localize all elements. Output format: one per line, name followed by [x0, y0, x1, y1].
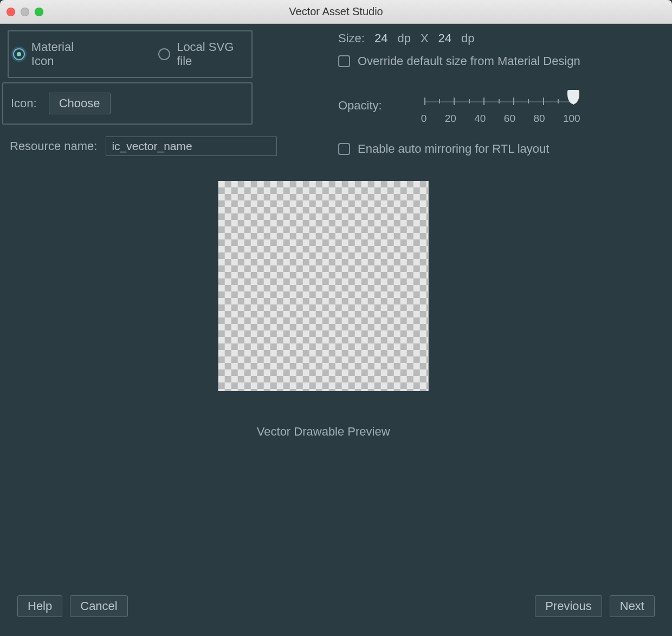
- radio-svg-label: Local SVG file: [177, 40, 251, 68]
- minimize-icon[interactable]: [21, 8, 29, 16]
- window-controls: [0, 8, 43, 16]
- tick-40: 40: [474, 113, 486, 125]
- titlebar: Vector Asset Studio: [0, 0, 672, 24]
- preview-canvas: [218, 181, 429, 391]
- options-column: Size: 24 dp X 24 dp Override default siz…: [338, 31, 593, 156]
- footer: Help Cancel Previous Next: [0, 586, 672, 636]
- close-icon[interactable]: [7, 8, 15, 16]
- previous-button[interactable]: Previous: [535, 595, 602, 617]
- choose-button[interactable]: Choose: [49, 93, 111, 114]
- tick-20: 20: [445, 113, 456, 125]
- tick-60: 60: [504, 113, 515, 125]
- source-type-group: Material Icon Local SVG file: [8, 30, 253, 78]
- radio-material-label: Material Icon: [31, 40, 99, 68]
- icon-choose-group: Icon: Choose: [2, 82, 253, 125]
- radio-material-icon[interactable]: Material Icon: [13, 40, 99, 68]
- preview-area: Vector Drawable Preview: [218, 181, 429, 439]
- override-size-checkbox[interactable]: [338, 55, 350, 67]
- tick-100: 100: [563, 113, 580, 125]
- rtl-mirror-label: Enable auto mirroring for RTL layout: [358, 142, 549, 156]
- size-height: 24: [438, 31, 451, 46]
- size-unit2: dp: [461, 31, 474, 46]
- vector-asset-studio-window: Vector Asset Studio Material Icon Local …: [0, 0, 672, 636]
- opacity-slider[interactable]: 0 20 40 60 80 100: [424, 94, 574, 125]
- resource-name-input[interactable]: [106, 137, 277, 156]
- help-button[interactable]: Help: [17, 595, 62, 617]
- size-sep: X: [421, 31, 429, 46]
- icon-label: Icon:: [11, 96, 37, 111]
- next-button[interactable]: Next: [610, 595, 655, 617]
- slider-ticks: [424, 98, 574, 105]
- slider-labels: 0 20 40 60 80 100: [421, 113, 580, 125]
- content: Material Icon Local SVG file Icon: Choos…: [0, 24, 672, 586]
- override-size-label: Override default size from Material Desi…: [358, 54, 580, 68]
- size-width: 24: [374, 31, 387, 46]
- zoom-icon[interactable]: [35, 8, 43, 16]
- radio-local-svg[interactable]: Local SVG file: [158, 40, 251, 68]
- radio-circle-icon: [13, 48, 25, 60]
- preview-caption: Vector Drawable Preview: [218, 425, 429, 439]
- window-title: Vector Asset Studio: [0, 5, 672, 18]
- resource-name-label: Resource name:: [10, 139, 97, 153]
- opacity-row: Opacity: 0 20 40: [338, 94, 593, 125]
- size-row: Size: 24 dp X 24 dp: [338, 31, 593, 46]
- radio-circle-icon: [158, 48, 170, 60]
- cancel-button[interactable]: Cancel: [70, 595, 127, 617]
- resource-name-row: Resource name:: [10, 137, 277, 156]
- tick-80: 80: [533, 113, 545, 125]
- rtl-mirror-checkbox[interactable]: [338, 143, 350, 155]
- rtl-mirror-row: Enable auto mirroring for RTL layout: [338, 142, 593, 156]
- size-unit1: dp: [397, 31, 410, 46]
- size-label: Size:: [338, 31, 365, 46]
- tick-0: 0: [421, 113, 427, 125]
- opacity-label: Opacity:: [338, 99, 382, 113]
- override-size-row: Override default size from Material Desi…: [338, 54, 593, 68]
